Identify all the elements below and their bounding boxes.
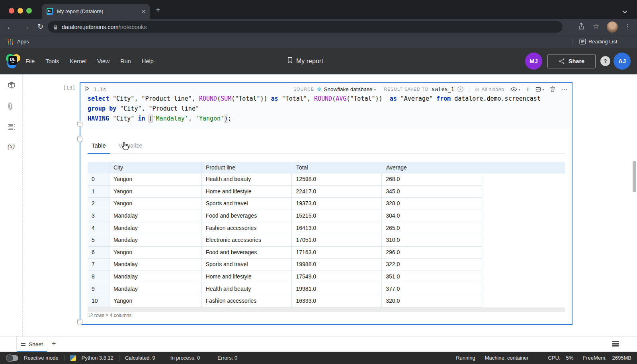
- table-cell: 377.0: [382, 283, 482, 295]
- menu-bar: FileToolsKernelViewRunHelp: [25, 48, 154, 74]
- database-stack-icon[interactable]: ▾: [535, 86, 544, 92]
- attachments-icon[interactable]: [8, 102, 13, 112]
- share-button-label: Share: [569, 58, 584, 64]
- row-index-cell: 7: [88, 259, 109, 271]
- result-table-name[interactable]: sales_1: [432, 86, 454, 92]
- column-header: Average: [382, 162, 482, 173]
- menu-item-kernel[interactable]: Kernel: [70, 58, 86, 64]
- url-text: datalore.jetbrains.com/notebooks: [62, 24, 147, 30]
- table-row: 5MandalayElectronic accessories17051.031…: [88, 234, 482, 247]
- share-button[interactable]: Share: [547, 54, 596, 68]
- browser-profile-avatar[interactable]: [607, 21, 618, 33]
- menu-item-file[interactable]: File: [25, 58, 35, 64]
- row-index-cell: 2: [88, 198, 109, 210]
- table-cell: Home and lifestyle: [202, 186, 292, 198]
- table-header-row: CityProduct lineTotalAverage: [88, 162, 565, 173]
- datalore-logo[interactable]: DL: [6, 54, 20, 68]
- bookmark-star-icon[interactable]: ☆: [593, 22, 599, 31]
- cell-handle-icon[interactable]: [77, 121, 82, 127]
- datalore-header: DL FileToolsKernelViewRunHelp My report …: [0, 48, 637, 74]
- user-avatar-aj[interactable]: AJ: [614, 53, 631, 70]
- table-cell: Fashion accessories: [202, 222, 292, 234]
- collaborator-avatar-mj[interactable]: MJ: [525, 53, 542, 70]
- reading-list-icon[interactable]: [579, 39, 586, 46]
- source-value[interactable]: Snowflake database: [324, 86, 373, 92]
- add-sheet-button[interactable]: +: [52, 340, 56, 348]
- macos-close-button[interactable]: [9, 8, 14, 14]
- menu-item-run[interactable]: Run: [120, 58, 131, 64]
- browser-toolbar: ← → ↻ datalore.jetbrains.com/notebooks ☆…: [0, 19, 637, 35]
- browser-menu-icon[interactable]: ⋮: [624, 22, 631, 31]
- row-index-cell: 1: [88, 186, 109, 198]
- reactive-mode-toggle[interactable]: [6, 355, 18, 361]
- page-scrollbar-thumb[interactable]: [633, 161, 636, 192]
- menu-item-tools[interactable]: Tools: [45, 58, 59, 64]
- table-cell: 328.0: [382, 198, 482, 210]
- sheet-tab[interactable]: Sheet: [16, 337, 47, 352]
- tab-visualize[interactable]: Visualize: [115, 139, 147, 154]
- reload-button[interactable]: ↻: [37, 22, 43, 31]
- table-cell: 268.0: [382, 173, 482, 185]
- delete-cell-icon[interactable]: [550, 86, 555, 92]
- share-page-icon[interactable]: [578, 23, 584, 31]
- column-header: Product line: [202, 162, 292, 173]
- browser-tab[interactable]: DL My report (Datalore) ×: [42, 4, 150, 19]
- more-actions-icon[interactable]: ⋯: [561, 86, 568, 93]
- code-line: select "City", "Product line", ROUND(SUM…: [88, 94, 541, 104]
- table-cell: Mandalay: [109, 271, 202, 283]
- variables-icon[interactable]: (x): [8, 143, 15, 150]
- notebook-title-block: My report: [287, 48, 323, 74]
- edit-result-name-icon[interactable]: [457, 86, 463, 92]
- chevron-down-icon[interactable]: [622, 8, 627, 14]
- cell-toolbar: 1.1s SOURCE ❄ Snowflake database ▾ RESUL…: [85, 84, 568, 94]
- table-dimensions-label: 12 rows × 4 columns: [88, 313, 131, 318]
- python-icon: [70, 355, 76, 361]
- result-table: CityProduct lineTotalAverage 0YangonHeal…: [88, 162, 565, 312]
- apps-grid-icon[interactable]: [8, 39, 13, 45]
- table-cell: Fashion accessories: [202, 295, 292, 307]
- table-cell: 304.0: [382, 210, 482, 222]
- reactive-mode-label: Reactive mode: [24, 355, 59, 361]
- run-cell-icon[interactable]: [85, 86, 90, 93]
- table-of-contents-icon[interactable]: [8, 124, 16, 132]
- cell-handle-icon[interactable]: [77, 319, 82, 325]
- menu-item-view[interactable]: View: [97, 58, 109, 64]
- row-index-cell: 4: [88, 222, 109, 234]
- row-index-cell: 8: [88, 271, 109, 283]
- source-dropdown-caret[interactable]: ▾: [374, 87, 376, 91]
- errors-count: Errors: 0: [217, 355, 237, 361]
- table-row: 0YangonHealth and beauty12598.0268.0: [88, 173, 482, 186]
- sql-code[interactable]: select "City", "Product line", ROUND(SUM…: [88, 94, 541, 124]
- table-row: 3MandalayFood and beverages15215.0304.0: [88, 210, 482, 222]
- macos-zoom-button[interactable]: [26, 8, 32, 14]
- cell-handle-icon[interactable]: [77, 136, 82, 142]
- tab-close-icon[interactable]: ×: [142, 8, 145, 15]
- add-cell-icon[interactable]: +: [526, 85, 530, 93]
- hidden-slash-icon: ⊘: [475, 86, 479, 92]
- back-button[interactable]: ←: [6, 22, 14, 31]
- macos-minimize-button[interactable]: [18, 8, 23, 14]
- address-bar[interactable]: datalore.jetbrains.com/notebooks: [48, 21, 563, 33]
- apps-bookmark[interactable]: Apps: [17, 39, 29, 45]
- help-button[interactable]: ?: [600, 56, 610, 66]
- table-cell: 17051.0: [292, 234, 382, 246]
- table-horizontal-scrollbar[interactable]: [88, 308, 565, 312]
- reading-list-label[interactable]: Reading List: [588, 39, 617, 45]
- menu-item-help[interactable]: Help: [142, 58, 154, 64]
- table-cell: Yangon: [109, 186, 202, 198]
- python-version[interactable]: Python 3.8.12: [82, 355, 113, 361]
- table-cell: Mandalay: [109, 259, 202, 271]
- visibility-eye-icon[interactable]: ▾: [510, 87, 520, 91]
- sheet-list-icon[interactable]: [612, 341, 619, 347]
- execution-duration: 1.1s: [94, 86, 106, 92]
- cpu-value: 5%: [566, 355, 574, 361]
- column-header-filler: [482, 162, 565, 173]
- tab-table[interactable]: Table: [88, 139, 110, 154]
- code-line: group by "City", "Product line": [88, 104, 541, 114]
- new-tab-button[interactable]: +: [156, 6, 160, 15]
- table-cell: Mandalay: [109, 283, 202, 295]
- table-cell: Food and beverages: [202, 210, 292, 222]
- forward-button[interactable]: →: [22, 22, 30, 31]
- table-cell: 15215.0: [292, 210, 382, 222]
- environment-icon[interactable]: [8, 81, 16, 91]
